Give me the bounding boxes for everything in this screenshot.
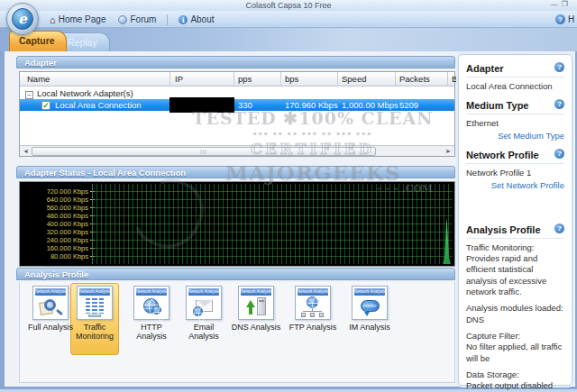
forum-globe-icon [118,15,127,24]
profile-traffic-monitoring[interactable]: Network Analysis Traffic Monitoring [69,286,120,342]
y-axis-tick: 80.000 Kbps [25,252,88,260]
window-controls: —❐ [551,0,572,8]
home-page-label: Home Page [59,14,106,24]
profile-email-analysis[interactable]: Network Analysis Email Analysis [179,286,229,342]
traffic-chart: 720.000 Kbps 640.000 Kbps 560.000 Kbps 4… [19,181,455,267]
home-page-icon: ⌂ [50,14,56,25]
scroll-right-arrow-icon[interactable]: ► [444,147,453,156]
right-sidebar: Adapter ? Local Area Connection Medium T… [458,54,572,386]
adapter-group-row[interactable]: −Local Network Adapter(s) [20,87,454,99]
toolbar: e ⌂ Home Page Forum i About ? H [0,11,577,28]
profile-label: DNS Analysis [231,323,281,332]
sidebar-adapter-value: Local Area Connection [466,81,564,92]
chat-bubble-icon: Hello: [361,300,380,312]
adapter-packets-cell: 5209 [399,100,418,110]
traffic-spike [443,217,451,264]
colasoft-logo-button[interactable]: e [6,3,39,35]
chart-plot-area [92,184,453,264]
toolbar-buttons: ⌂ Home Page Forum i About [45,13,219,26]
globe-icon [307,296,318,308]
analysis-profile-panel-header: Analysis Profile [16,268,455,280]
sidebar-spacer [466,197,564,223]
column-divider [280,72,281,87]
set-medium-type-link[interactable]: Set Medium Type [466,131,564,141]
column-header-bytes-truncated[interactable]: B [452,74,457,84]
profile-label: Email Analysis [179,323,229,342]
help-label: H [568,14,574,24]
network-analysis-banner: Network Analysis [241,288,271,296]
email-analysis-icon: Network Analysis [186,286,222,320]
capture-filter-label: Capture Filter: [466,331,520,341]
scrollbar-thumb[interactable]: ||| [32,147,376,156]
profile-im-analysis[interactable]: Network Analysis Hello: IM Analysis [344,286,395,332]
server-icon [257,297,266,315]
network-node-icon [319,313,324,317]
y-axis-tick: 560.000 Kbps [25,204,88,212]
horizontal-scrollbar[interactable]: ◄ ► ||| [20,145,454,156]
profile-label: IM Analysis [344,323,395,332]
profile-ftp-analysis[interactable]: Network Analysis FTP Analysis [288,286,338,332]
network-analysis-banner: Network Analysis [298,288,328,296]
sidebar-adapter-title: Adapter [466,63,504,74]
help-button[interactable]: ? H [555,13,577,26]
forum-label: Forum [130,14,156,24]
column-header-speed[interactable]: Speed [342,74,366,84]
about-button[interactable]: i About [174,14,218,25]
network-analysis-banner: Network Analysis [354,288,385,296]
column-header-pps[interactable]: pps [238,74,252,84]
column-divider [395,72,396,87]
profile-full-analysis[interactable]: Network Analysis Full Analysis [25,286,76,332]
scroll-left-arrow-icon[interactable]: ◄ [21,147,31,156]
http-analysis-icon: Network Analysis [133,286,169,320]
adapter-row-selected[interactable]: ✓ Local Area Connection 330 170.960 Kbps… [20,99,454,111]
column-divider [447,72,448,87]
profile-dns-analysis[interactable]: Network Analysis DNS Analysis [231,286,281,332]
network-node-icon [310,313,315,317]
help-icon[interactable]: ? [554,149,564,159]
window-title: Colasoft Capsa 10 Free [0,1,577,10]
minimize-button[interactable]: — [551,0,562,8]
colasoft-logo-icon: e [12,8,33,30]
adapter-bps-cell: 170.960 Kbps [285,100,338,110]
column-header-packets[interactable]: Packets [399,74,430,84]
column-header-bps[interactable]: bps [285,74,298,84]
profile-label: HTTP Analysis [126,323,177,342]
help-icon[interactable]: ? [554,99,564,109]
sidebar-network-profile-value: Network Profile 1 [466,168,564,178]
restore-button[interactable]: ❐ [562,0,572,8]
redacted-ip-cell [169,97,234,113]
tab-band: Replay Capture [0,28,577,51]
sidebar-medium-type-value: Ethernet [466,118,564,129]
adapter-status-panel-header: Adapter Status - Local Area Connection [16,166,455,178]
help-icon[interactable]: ? [554,62,564,72]
traffic-monitoring-icon: Network Analysis [77,286,113,320]
help-icon[interactable]: ? [554,223,564,233]
y-axis-tick: 720.000 Kbps [25,187,88,196]
column-header-name[interactable]: Name [27,74,50,84]
analysis-profiles-area: Network Analysis Full Analysis Network A… [19,282,455,383]
traffic-grid-icon [86,298,104,314]
adapter-name-cell: Local Area Connection [55,100,142,110]
network-analysis-banner: Network Analysis [136,288,167,296]
profile-http-analysis[interactable]: Network Analysis HTTP Analysis [126,286,177,342]
home-page-button[interactable]: ⌂ Home Page [45,14,110,26]
adapter-panel-header: Adapter [16,56,455,68]
set-network-profile-link[interactable]: Set Network Profile [466,180,564,190]
sidebar-network-profile-title: Network Profile [466,150,539,160]
data-storage-packet: Packet output disabled [466,380,553,390]
full-analysis-icon: Network Analysis [32,286,69,320]
sidebar-analysis-profile-title: Analysis Profile [466,224,541,235]
adapter-pps-cell: 330 [238,100,252,110]
collapse-icon[interactable]: − [25,91,33,99]
y-axis-tick: 480.000 Kbps [25,212,88,220]
sidebar-adapter-header: Adapter ? [466,61,564,77]
column-header-ip[interactable]: IP [175,74,183,84]
forum-button[interactable]: Forum [114,14,160,25]
adapter-group-label: Local Network Adapter(s) [37,88,133,98]
adapter-checkbox[interactable]: ✓ [41,101,50,110]
title-bar: Colasoft Capsa 10 Free —❐ [0,0,577,11]
y-axis-tick: 640.000 Kbps [25,196,88,204]
globe-icon [193,306,203,316]
network-node-icon [301,313,306,317]
adapter-table-header: Name IP pps bps Speed Packets B [20,72,454,87]
